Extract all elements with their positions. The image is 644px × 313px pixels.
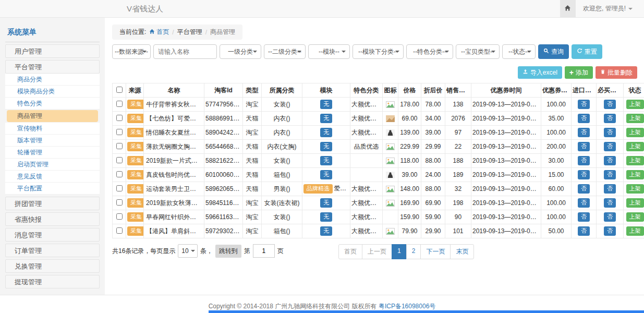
sidebar-item[interactable]: 商品分类 xyxy=(5,74,100,86)
row-checkbox[interactable] xyxy=(116,185,123,191)
horizontal-scrollbar-thumb[interactable] xyxy=(209,310,644,313)
product-name: 真皮钱包时尚优雅女士... xyxy=(144,168,204,182)
icon-cell xyxy=(383,224,398,238)
coupon-amount: 15.00 xyxy=(541,168,572,182)
sales: 32 xyxy=(445,182,471,196)
sidebar-item[interactable]: 特色分类 xyxy=(5,98,100,110)
page-button[interactable]: 2 xyxy=(406,244,421,259)
imported-badge: 否 xyxy=(578,226,590,236)
status-cell: 上架 xyxy=(624,112,644,126)
module-cell: 无 xyxy=(302,140,350,154)
module-subcategory-select[interactable]: --模块下分类-- xyxy=(353,44,404,59)
reset-button[interactable]: 重置 xyxy=(572,44,602,59)
page-number-input[interactable] xyxy=(253,244,275,258)
sidebar-item[interactable]: 兑换管理 xyxy=(5,259,100,273)
platform-type: 天猫 xyxy=(243,154,262,168)
row-checkbox[interactable] xyxy=(116,129,123,135)
status-cell: 上架 xyxy=(624,210,644,224)
row-checkbox[interactable] xyxy=(116,157,123,163)
page-button[interactable]: 末页 xyxy=(450,244,474,259)
imported-cell: 否 xyxy=(572,182,597,196)
must-buy-cell: 否 xyxy=(597,182,624,196)
sidebar-item[interactable]: 省惠快报 xyxy=(5,212,100,226)
filter-row: --数据来源--一级分类--二级分类----模块----模块下分类----特色分… xyxy=(112,44,637,59)
source-cell: 采集 xyxy=(126,224,144,238)
feature-category: 大额优惠券 xyxy=(350,196,383,210)
sidebar-item[interactable]: 用户管理 xyxy=(5,44,100,58)
page-button[interactable]: 上一页 xyxy=(362,244,392,259)
product-name: 【七色纺】可爱纯棉家... xyxy=(144,112,204,126)
source-badge: 采集 xyxy=(127,198,144,208)
sidebar-item[interactable]: 宣传物料 xyxy=(5,123,100,135)
copyright-text: Copyright © 2014-2018 广州九驰网络科技有限公司 版权所有 xyxy=(209,303,377,310)
sidebar-item[interactable]: 拼团管理 xyxy=(5,197,100,210)
query-button[interactable]: 查询 xyxy=(538,44,569,59)
breadcrumb-home-link[interactable]: 首页 xyxy=(149,28,169,37)
sidebar: 系统菜单 用户管理平台管理商品分类模块商品分类特色分类商品管理宣传物料版本管理轮… xyxy=(0,18,105,295)
item-type-select[interactable]: --宝贝类型-- xyxy=(456,44,500,59)
product-image-icon xyxy=(386,101,395,108)
feature-category xyxy=(350,154,383,168)
sales: 2076 xyxy=(445,112,471,126)
row-checkbox[interactable] xyxy=(116,101,123,107)
must-buy-badge: 否 xyxy=(604,184,616,194)
data-source-select[interactable]: --数据来源-- xyxy=(112,44,151,59)
checkbox-cell xyxy=(113,140,126,154)
import-excel-button[interactable]: 导入excel xyxy=(518,66,562,79)
sidebar-item[interactable]: 消息管理 xyxy=(5,228,100,242)
product-name: 2019新款女秋薄款... xyxy=(144,196,204,210)
row-checkbox[interactable] xyxy=(116,213,123,220)
imported-badge: 否 xyxy=(578,114,590,123)
discount-price: 29.99 xyxy=(421,140,445,154)
icp-link[interactable]: 粤ICP备16098006号 xyxy=(379,303,435,310)
product-image-icon xyxy=(386,129,395,136)
sidebar-item[interactable]: 模块商品分类 xyxy=(5,86,100,98)
page-button[interactable]: 1 xyxy=(392,244,407,259)
sidebar-item[interactable]: 平台配置 xyxy=(5,183,100,195)
jump-button[interactable]: 跳转到 xyxy=(215,245,241,258)
platform-type: 天猫 xyxy=(243,112,262,126)
coupon-time: 2019-09-13—2019-09-19 xyxy=(471,154,541,168)
row-checkbox[interactable] xyxy=(116,171,123,177)
name-search-input[interactable] xyxy=(153,44,217,59)
module-cell: 无 xyxy=(302,196,350,210)
coupon-time: 2019-09-13—2019-09-20 xyxy=(471,126,541,140)
taoke-id: 589620659791 xyxy=(204,182,243,196)
trash-icon xyxy=(600,69,605,76)
sidebar-item[interactable]: 版本管理 xyxy=(5,135,100,147)
row-checkbox[interactable] xyxy=(116,199,123,206)
checkbox-cell xyxy=(113,154,126,168)
home-button[interactable] xyxy=(560,0,576,17)
sidebar-item[interactable]: 商品管理 xyxy=(7,110,98,122)
sidebar-item[interactable]: 意见反馈 xyxy=(5,171,100,183)
sidebar-item[interactable]: 平台管理 xyxy=(5,60,100,74)
status-badge: 上架 xyxy=(626,198,644,208)
level2-category-select[interactable]: --二级分类-- xyxy=(264,44,306,59)
add-button[interactable]: + 添加 xyxy=(565,66,593,79)
select-all-checkbox[interactable] xyxy=(116,87,123,93)
feature-category-select[interactable]: --特色分类-- xyxy=(406,44,453,59)
status-select[interactable]: --状态-- xyxy=(502,44,536,59)
row-checkbox[interactable] xyxy=(116,143,123,149)
category: 内衣() xyxy=(262,112,302,126)
row-checkbox[interactable] xyxy=(116,227,123,234)
sidebar-item[interactable]: 轮播管理 xyxy=(5,147,100,159)
must-buy-cell: 否 xyxy=(597,154,624,168)
module-select[interactable]: --模块-- xyxy=(308,44,350,59)
page-button[interactable]: 首页 xyxy=(338,244,362,259)
page-button[interactable]: 下一页 xyxy=(420,244,451,259)
category: 男装() xyxy=(262,182,302,196)
level1-category-select[interactable]: 一级分类 xyxy=(220,44,261,59)
sales: 97 xyxy=(445,126,471,140)
source-cell: 采集 xyxy=(126,168,144,182)
user-menu[interactable]: 欢迎您, 管理员! xyxy=(576,0,640,17)
row-checkbox[interactable] xyxy=(116,115,123,121)
source-badge: 采集 xyxy=(127,128,144,137)
per-page-select[interactable]: 10 xyxy=(178,244,197,258)
sidebar-item[interactable]: 启动页管理 xyxy=(5,159,100,171)
sales: 101 xyxy=(445,224,471,238)
sidebar-item[interactable]: 订单管理 xyxy=(5,244,100,257)
sidebar-item[interactable]: 提现管理 xyxy=(5,275,100,288)
status-cell: 上架 xyxy=(624,168,644,182)
batch-delete-button[interactable]: 批量删除 xyxy=(596,66,637,79)
